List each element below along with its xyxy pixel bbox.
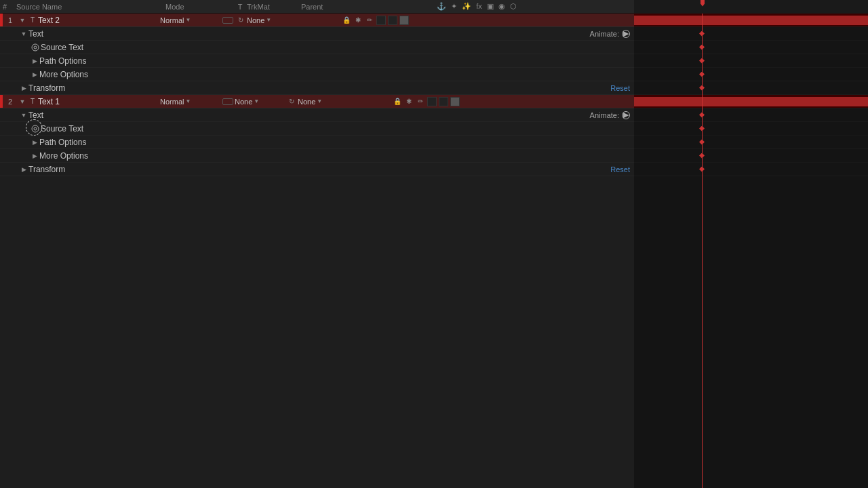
anchor-icon: ⚓ bbox=[437, 2, 446, 10]
layer-expand-2[interactable]: ▼ bbox=[18, 97, 27, 106]
layer-mode-2[interactable]: Normal ▼ bbox=[160, 98, 221, 106]
color-box-1b[interactable] bbox=[388, 16, 397, 25]
circle-icon: ◉ bbox=[498, 2, 505, 10]
layer-panel: 1 ▼ T Text 2 Normal ▼ ↻ None ▼ 🔒 ✱ ✏ bbox=[0, 14, 634, 488]
tl-row-source-2 bbox=[634, 122, 868, 136]
parent-arrow-1: ▼ bbox=[266, 17, 271, 23]
more-options-label-1: More Options bbox=[39, 70, 634, 79]
pencil-icon-1[interactable]: ✏ bbox=[365, 16, 374, 25]
sync-icon-2[interactable]: ↻ bbox=[287, 97, 296, 106]
trkmat-dropdown-2[interactable]: None ▼ bbox=[235, 98, 285, 106]
path-expand-1[interactable]: ▶ bbox=[30, 56, 39, 66]
shy-icon-2[interactable]: ✱ bbox=[404, 97, 414, 106]
animate-btn-2[interactable]: Animate: ▶ bbox=[590, 111, 630, 119]
source-text-row-1[interactable]: Source Text bbox=[0, 41, 634, 54]
layer-num-2: 2 bbox=[3, 98, 18, 106]
sync-icon-1[interactable]: ↻ bbox=[236, 16, 245, 25]
layer-name-1[interactable]: Text 2 bbox=[38, 16, 160, 25]
transform-expand-2[interactable]: ▶ bbox=[19, 165, 28, 174]
pencil-icon-2[interactable]: ✏ bbox=[416, 97, 425, 106]
main-content: 1 ▼ T Text 2 Normal ▼ ↻ None ▼ 🔒 ✱ ✏ bbox=[0, 14, 868, 488]
parent-label-2: None bbox=[298, 98, 315, 106]
col-name-header: Source Name bbox=[16, 3, 165, 11]
layer-name-2[interactable]: Text 1 bbox=[38, 97, 160, 106]
animate-btn-1[interactable]: Animate: ▶ bbox=[590, 30, 630, 38]
text-label-2: Text bbox=[28, 110, 590, 120]
color-box-2c[interactable] bbox=[450, 97, 460, 106]
text-group-2: ▼ Text Animate: ▶ bbox=[0, 108, 634, 122]
tl-row-path-2 bbox=[634, 136, 868, 149]
mode-label-1: Normal bbox=[160, 16, 184, 24]
header-left: # Source Name Mode T TrkMat Parent ⚓ ✦ ✨… bbox=[0, 2, 634, 11]
tl-row-more-1 bbox=[634, 68, 868, 81]
col-parent-header: Parent bbox=[301, 3, 437, 11]
layer-parent-2[interactable]: None ▼ bbox=[298, 98, 393, 106]
text-expand-1[interactable]: ▼ bbox=[19, 29, 28, 39]
tl-row-more-2 bbox=[634, 149, 868, 163]
col-mode-header: Mode bbox=[165, 3, 233, 11]
tl-row-text-1 bbox=[634, 27, 868, 41]
layer-switch-2[interactable] bbox=[222, 98, 233, 105]
tl-row-source-1 bbox=[634, 41, 868, 54]
shy-icon-1[interactable]: ✱ bbox=[353, 16, 363, 25]
parent-label-1: None bbox=[247, 16, 264, 24]
mode-label-2: Normal bbox=[160, 98, 184, 106]
layer-text-icon-1: T bbox=[27, 16, 38, 24]
more-options-row-1[interactable]: ▶ More Options bbox=[0, 68, 634, 81]
scrub-line bbox=[702, 14, 703, 488]
more-options-row-2[interactable]: ▶ More Options bbox=[0, 149, 634, 163]
color-box-1c[interactable] bbox=[399, 16, 409, 25]
play-icon-2[interactable]: ▶ bbox=[622, 111, 630, 119]
tl-row-layer-2 bbox=[634, 95, 868, 108]
text-group-1: ▼ Text Animate: ▶ bbox=[0, 27, 634, 41]
reset-btn-1[interactable]: Reset bbox=[610, 84, 630, 92]
svg-point-1 bbox=[34, 46, 37, 49]
layer-switch-1[interactable] bbox=[222, 17, 233, 24]
transform-row-1[interactable]: ▶ Transform Reset bbox=[0, 81, 634, 95]
play-icon-1[interactable]: ▶ bbox=[622, 30, 630, 38]
tl-row-transform-2 bbox=[634, 163, 868, 176]
wand-icon: ✨ bbox=[462, 2, 471, 10]
timeline-panel[interactable] bbox=[634, 14, 868, 488]
more-expand-2[interactable]: ▶ bbox=[30, 151, 39, 161]
lock-icon-1[interactable]: 🔒 bbox=[342, 16, 351, 25]
color-box-1a[interactable] bbox=[376, 16, 386, 25]
path-options-label-2: Path Options bbox=[39, 138, 634, 147]
source-icon-2 bbox=[30, 123, 41, 134]
layer-mode-1[interactable]: Normal ▼ bbox=[160, 16, 221, 24]
more-options-label-2: More Options bbox=[39, 151, 634, 161]
text-expand-2[interactable]: ▼ bbox=[19, 110, 28, 120]
text-label-1: Text bbox=[28, 29, 590, 39]
color-box-2b[interactable] bbox=[439, 97, 448, 106]
source-text-label-1: Source Text bbox=[41, 43, 634, 52]
transform-expand-1[interactable]: ▶ bbox=[19, 83, 28, 93]
path-expand-2[interactable]: ▶ bbox=[30, 138, 39, 147]
mode-arrow-1: ▼ bbox=[185, 17, 191, 23]
layer-row-2[interactable]: 2 ▼ T Text 1 Normal ▼ None ▼ ↻ None ▼ 🔒 … bbox=[0, 95, 634, 108]
source-icon-1 bbox=[30, 42, 41, 53]
layer-controls-1: 🔒 ✱ ✏ bbox=[342, 16, 409, 25]
svg-point-0 bbox=[32, 44, 39, 51]
path-options-row-1[interactable]: ▶ Path Options bbox=[0, 54, 634, 68]
fx-icon: fx bbox=[476, 2, 482, 10]
path-options-label-1: Path Options bbox=[39, 56, 634, 66]
transform-label-1: Transform bbox=[28, 83, 610, 93]
color-box-2a[interactable] bbox=[427, 97, 437, 106]
transform-row-2[interactable]: ▶ Transform Reset bbox=[0, 163, 634, 176]
more-expand-1[interactable]: ▶ bbox=[30, 70, 39, 79]
tl-row-path-1 bbox=[634, 54, 868, 68]
layer-text-icon-2: T bbox=[27, 98, 38, 105]
tl-row-transform-1 bbox=[634, 81, 868, 95]
layer-parent-1[interactable]: None ▼ bbox=[247, 16, 342, 24]
layer-controls-2: 🔒 ✱ ✏ bbox=[393, 97, 460, 106]
col-t-header: T bbox=[233, 3, 247, 11]
lock-icon-2[interactable]: 🔒 bbox=[393, 97, 402, 106]
star-icon: ✦ bbox=[451, 2, 457, 10]
reset-btn-2[interactable]: Reset bbox=[610, 165, 630, 174]
mode-arrow-2: ▼ bbox=[185, 98, 191, 104]
layer-row-1[interactable]: 1 ▼ T Text 2 Normal ▼ ↻ None ▼ 🔒 ✱ ✏ bbox=[0, 14, 634, 27]
path-options-row-2[interactable]: ▶ Path Options bbox=[0, 136, 634, 149]
source-text-row-2[interactable]: Source Text bbox=[0, 122, 634, 136]
layer-expand-1[interactable]: ▼ bbox=[18, 16, 27, 25]
layer-num-1: 1 bbox=[3, 16, 18, 24]
